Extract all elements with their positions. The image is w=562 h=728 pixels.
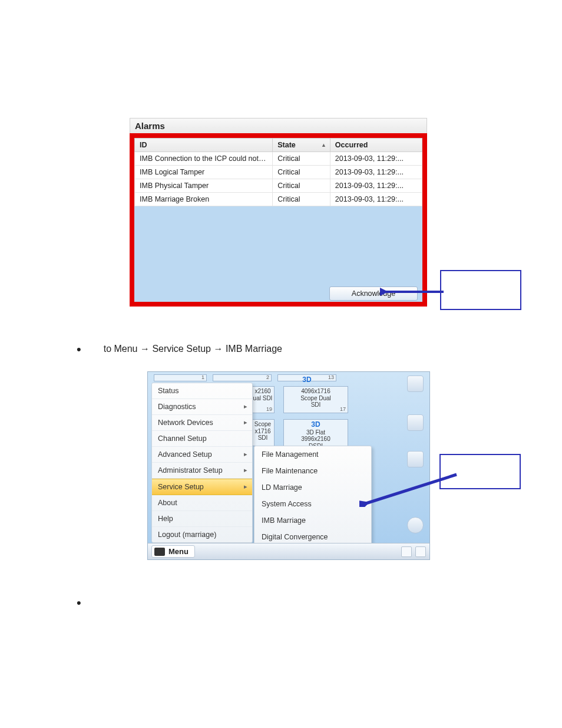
menu-item-help[interactable]: Help	[152, 511, 252, 527]
cell-state: Critical	[273, 152, 330, 166]
preset-tile[interactable]: 3D13	[277, 374, 336, 381]
cell-state: Critical	[273, 166, 330, 179]
preset-tile[interactable]: 3D3D Flat 3996x2160 DSDI	[283, 419, 348, 446]
menu-button[interactable]: Menu	[151, 545, 195, 558]
cell-occurred: 2013-09-03, 11:29:...	[330, 152, 422, 166]
menu-item-advanced-setup[interactable]: Advanced Setup	[152, 447, 252, 463]
acknowledge-button[interactable]: Acknowledge	[329, 286, 418, 301]
tray-icon[interactable]	[415, 546, 426, 557]
alarms-table: ID State▲ Occurred IMB Connection to the…	[134, 138, 422, 206]
empty-bullet: •	[77, 595, 527, 611]
cell-state: Critical	[273, 193, 330, 206]
submenu-item-system-access[interactable]: System Access	[254, 496, 371, 512]
projector-icon	[154, 548, 165, 556]
menu-item-service-setup[interactable]: Service Setup	[152, 479, 252, 495]
alarms-panel: Alarms ID State▲ Occurred IMB Connection…	[130, 118, 427, 307]
menu-item-about[interactable]: About	[152, 495, 252, 511]
preset-tile[interactable]: Scope x1716 SDI	[251, 419, 275, 446]
cell-id: IMB Connection to the ICP could not be e…	[135, 152, 273, 166]
toolbar-icon[interactable]	[407, 517, 424, 533]
cell-id: IMB Logical Tamper	[135, 166, 273, 179]
step-text: to Menu → Service Setup → IMB Marriage	[77, 342, 527, 357]
arrow-left-icon	[359, 472, 459, 507]
menu-item-network-devices[interactable]: Network Devices	[152, 415, 252, 431]
svg-line-1	[364, 475, 457, 504]
tile-label: x2160 ual SDI	[253, 388, 273, 401]
table-row[interactable]: IMB Logical Tamper Critical 2013-09-03, …	[135, 166, 422, 179]
submenu-item-file-management[interactable]: File Management	[254, 446, 371, 463]
sort-asc-icon: ▲	[321, 142, 326, 148]
callout-box	[440, 270, 521, 310]
col-occurred[interactable]: Occurred	[330, 139, 422, 152]
cell-occurred: 2013-09-03, 11:29:...	[330, 179, 422, 193]
main-menu: Status Diagnostics Network Devices Chann…	[151, 383, 253, 543]
alarms-frame: ID State▲ Occurred IMB Connection to the…	[130, 133, 427, 307]
tile-label: 4096x1716 Scope Dual SDI	[300, 388, 331, 408]
toolbar-icon[interactable]	[407, 451, 424, 467]
table-row[interactable]: IMB Connection to the ICP could not be e…	[135, 152, 422, 166]
cell-state: Critical	[273, 179, 330, 193]
table-row[interactable]: IMB Physical Tamper Critical 2013-09-03,…	[135, 179, 422, 193]
tile-number: 13	[328, 374, 334, 380]
alarms-title: Alarms	[130, 118, 427, 133]
toolbar-icon[interactable]	[407, 375, 424, 392]
tile-number: 19	[266, 406, 272, 412]
menu-item-channel-setup[interactable]: Channel Setup	[152, 431, 252, 447]
preset-tile[interactable]: 4096x1716 Scope Dual SDI17	[283, 386, 348, 413]
preset-tile[interactable]: 1	[154, 374, 207, 381]
tag-3d-icon: 3D	[311, 420, 320, 429]
tag-3d-icon: 3D	[302, 375, 311, 384]
submenu-item-imb-marriage[interactable]: IMB Marriage	[254, 512, 371, 529]
table-row[interactable]: IMB Marriage Broken Critical 2013-09-03,…	[135, 193, 422, 206]
preset-tile[interactable]: x2160 ual SDI19	[251, 386, 275, 413]
menu-button-label: Menu	[168, 547, 189, 556]
cell-id: IMB Physical Tamper	[135, 179, 273, 193]
menubar: Menu	[148, 543, 429, 559]
alarms-empty-area	[134, 206, 422, 283]
menu-item-status[interactable]: Status	[152, 383, 252, 399]
cell-occurred: 2013-09-03, 11:29:...	[330, 166, 422, 179]
step-list: to Menu → Service Setup → IMB Marriage	[77, 342, 527, 357]
submenu-item-file-maintenance[interactable]: File Maintenance	[254, 463, 371, 479]
cell-id: IMB Marriage Broken	[135, 193, 273, 206]
tile-label: Scope x1716 SDI	[254, 421, 271, 441]
tile-number: 1	[201, 374, 204, 380]
menu-item-diagnostics[interactable]: Diagnostics	[152, 399, 252, 415]
tile-number: 17	[340, 406, 346, 412]
preset-tile[interactable]: 2	[213, 374, 272, 381]
cell-occurred: 2013-09-03, 11:29:...	[330, 193, 422, 206]
submenu-item-ld-marriage[interactable]: LD Marriage	[254, 479, 371, 496]
col-state[interactable]: State▲	[273, 139, 330, 152]
toolbar-icon[interactable]	[407, 414, 424, 431]
menu-screenshot: 1 2 3D13 x2160 ual SDI19 4096x1716 Scope…	[147, 371, 430, 560]
menu-item-administrator-setup[interactable]: Administrator Setup	[152, 463, 252, 479]
menu-item-logout[interactable]: Logout (marriage)	[152, 527, 252, 542]
tray-icon[interactable]	[401, 546, 412, 557]
tile-number: 2	[266, 374, 269, 380]
col-id[interactable]: ID	[135, 139, 273, 152]
